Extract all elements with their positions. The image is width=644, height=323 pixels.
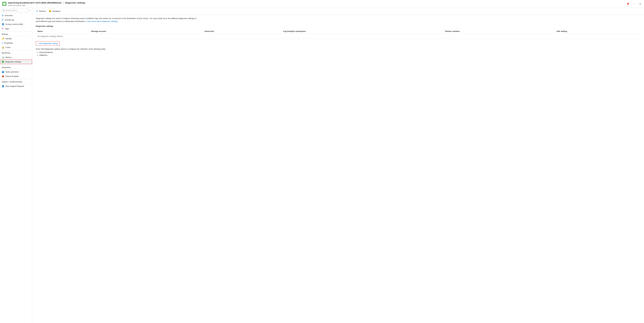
sidebar-item-label: Tags: [5, 28, 9, 30]
table-header: Name Storage account Event hub Log Analy…: [36, 29, 640, 34]
sidebar-item-label: Access control (IAM): [6, 23, 23, 25]
header-separator: |: [63, 1, 64, 4]
properties-icon: ≡: [2, 42, 3, 44]
learn-more-link[interactable]: Learn more about diagnostic settings: [86, 20, 118, 23]
section-title: Diagnostic settings: [36, 25, 640, 27]
close-icon: ✕: [639, 3, 641, 5]
feedback-label: Feedback: [52, 10, 60, 12]
refresh-button[interactable]: ↻ Refresh: [35, 9, 47, 13]
sidebar-item-tags[interactable]: 🏷 Tags: [0, 26, 32, 31]
no-settings-text: No diagnostic settings defined: [36, 34, 640, 39]
export-template-icon: 📤: [2, 75, 4, 77]
sidebar-item-label: Identity: [6, 38, 12, 40]
content-toolbar: ↻ Refresh 😊 Feedback: [32, 8, 644, 15]
header-title-group: topic01stg-811a624a-8a77-437e-89de-dfeb5…: [8, 1, 85, 7]
sidebar-item-new-support[interactable]: 👤 New Support Request: [0, 84, 32, 88]
pin-button[interactable]: 📌: [626, 2, 630, 6]
sidebar-item-metrics[interactable]: 📊 Metrics: [0, 55, 32, 60]
support-icon: 👤: [2, 85, 4, 87]
tasks-icon: 👥: [2, 71, 4, 73]
sidebar-section-automation: Automation: [0, 65, 32, 69]
sidebar-item-label: Locks: [6, 46, 10, 49]
resource-type: Event Grid System Topic: [8, 5, 26, 6]
content-area: ↻ Refresh 😊 Feedback Diagnostic settings…: [32, 8, 644, 323]
more-button[interactable]: ···: [632, 2, 636, 6]
col-log-analytics: Log Analytics workspace: [281, 29, 443, 34]
content-body: Diagnostic settings are used to configur…: [32, 15, 644, 59]
sidebar-item-export-template[interactable]: 📤 Export template: [0, 74, 32, 78]
sidebar-item-label: Diagnostic settings: [5, 61, 21, 63]
page-title: Diagnostic settings: [65, 2, 85, 4]
col-name: Name: [36, 29, 89, 34]
sidebar-item-overview[interactable]: ⊞ Overview: [0, 13, 32, 18]
header-actions: 📌 ··· ✕: [626, 2, 642, 6]
table-row-no-settings: No diagnostic settings defined: [36, 34, 640, 39]
sidebar-item-label: Properties: [4, 42, 13, 44]
sidebar-item-label: Metrics: [6, 56, 12, 59]
sidebar-item-locks[interactable]: 🔒 Locks: [0, 45, 32, 50]
search-placeholder: Search (Ctrl+/): [6, 9, 17, 12]
ellipsis-icon: ···: [633, 3, 636, 5]
col-storage: Storage account: [89, 29, 203, 34]
sidebar: 🔍 Search (Ctrl+/) « ⊞ Overview ☰ Activit…: [0, 8, 32, 323]
config-description: Click 'Add Diagnostic setting' above to …: [36, 48, 640, 50]
sidebar-item-label: New Support Request: [6, 85, 24, 87]
sidebar-item-iam[interactable]: 👤 Access control (IAM): [0, 22, 32, 26]
feedback-button[interactable]: 😊 Feedback: [48, 9, 62, 13]
diagnostic-settings-table: Name Storage account Event hub Log Analy…: [36, 29, 640, 39]
sidebar-section-monitoring: Monitoring: [0, 50, 32, 54]
list-item: DeliveryFailures: [39, 51, 640, 54]
overview-icon: ⊞: [2, 14, 4, 17]
identity-icon: 🔑: [2, 37, 4, 40]
search-icon: 🔍: [2, 9, 5, 12]
main-layout: 🔍 Search (Ctrl+/) « ⊞ Overview ☰ Activit…: [0, 8, 644, 323]
tags-icon: 🏷: [2, 27, 4, 30]
col-partner: Partner solution: [443, 29, 555, 34]
activity-log-icon: ☰: [2, 19, 4, 21]
diagnostic-settings-table-container: Name Storage account Event hub Log Analy…: [36, 29, 640, 39]
locks-icon: 🔒: [2, 46, 4, 49]
sidebar-item-diagnostic-settings[interactable]: Diagnostic settings: [0, 60, 32, 64]
col-edit: Edit setting: [555, 29, 640, 34]
refresh-icon: ↻: [36, 10, 38, 13]
sidebar-item-label: Overview: [5, 14, 12, 17]
sidebar-item-label: Tasks (preview): [6, 71, 18, 73]
diagnostic-settings-icon: [2, 61, 4, 63]
sidebar-item-label: Activity log: [5, 19, 14, 21]
feedback-icon: 😊: [49, 10, 51, 12]
sidebar-item-label: Export template: [6, 75, 19, 77]
collapse-button[interactable]: «: [28, 9, 31, 12]
refresh-label: Refresh: [39, 10, 46, 12]
resource-name: topic01stg-811a624a-8a77-437e-89de-dfeb5…: [8, 2, 62, 4]
sidebar-item-tasks[interactable]: 👥 Tasks (preview): [0, 70, 32, 74]
add-diagnostic-setting-button[interactable]: + Add diagnostic setting: [36, 41, 60, 46]
col-event-hub: Event hub: [203, 29, 281, 34]
collapse-icon: «: [29, 9, 30, 12]
pin-icon: 📌: [626, 3, 629, 5]
sidebar-item-properties[interactable]: ≡ Properties: [0, 41, 32, 45]
add-label: + Add diagnostic setting: [38, 42, 58, 45]
config-items-list: DeliveryFailures AllMetrics: [39, 51, 640, 56]
metrics-icon: 📊: [2, 56, 4, 59]
iam-icon: 👤: [2, 23, 4, 25]
sidebar-search-row: 🔍 Search (Ctrl+/) «: [0, 8, 32, 13]
sidebar-section-settings: Settings: [0, 31, 32, 36]
page-header: topic01stg-811a624a-8a77-437e-89de-dfeb5…: [0, 0, 644, 8]
sidebar-item-identity[interactable]: 🔑 Identity: [0, 36, 32, 41]
sidebar-section-support: Support + troubleshooting: [0, 79, 32, 83]
description-text: Diagnostic settings are used to configur…: [36, 17, 197, 23]
resource-icon: [2, 2, 6, 6]
search-box[interactable]: 🔍 Search (Ctrl+/): [1, 9, 28, 12]
close-button[interactable]: ✕: [638, 2, 642, 6]
sidebar-item-activity-log[interactable]: ☰ Activity log: [0, 18, 32, 22]
list-item: AllMetrics: [39, 54, 640, 56]
